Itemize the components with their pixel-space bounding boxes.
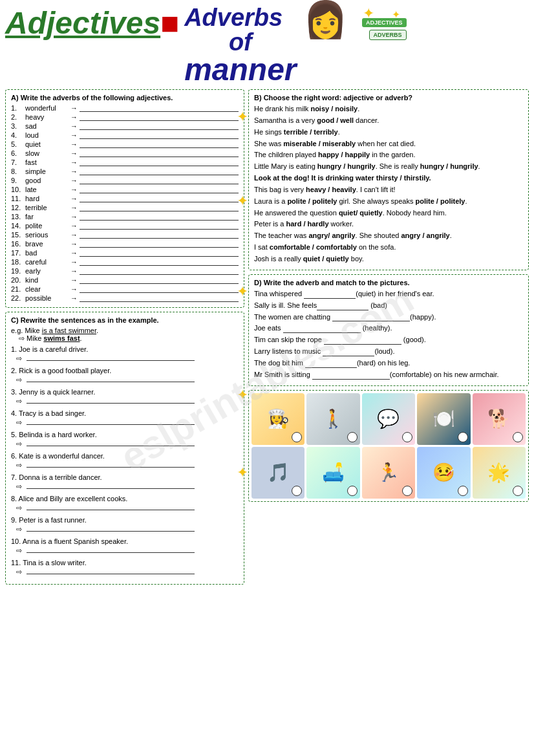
list-item: 1.wonderful→: [11, 104, 239, 112]
answer-input[interactable]: [27, 353, 195, 361]
match-circle: [402, 432, 412, 442]
images-grid: 👩‍🍳 🚶 💬 🍽️: [251, 393, 526, 499]
list-item: 14.polite→: [11, 222, 239, 230]
image-4: 🍽️: [417, 393, 470, 445]
list-item: I sat comfortable / comfortably on the s…: [254, 243, 523, 252]
answer-input[interactable]: [80, 104, 239, 112]
answer-input[interactable]: [332, 314, 410, 321]
answer-input[interactable]: [80, 222, 239, 230]
title-of: of: [184, 30, 296, 54]
image-7: 🛋️: [306, 447, 359, 499]
section-c-example: e.g. Mike is a fast swimmer. ⇨ Mike swim…: [11, 327, 239, 343]
list-item: 12.terrible→: [11, 204, 239, 211]
answer-input[interactable]: [80, 267, 239, 275]
section-a: A) Write the adverbs of the following ad…: [5, 89, 244, 308]
answer-input[interactable]: [80, 122, 239, 130]
list-item: Samantha is a very good / well dancer.: [254, 116, 523, 125]
answer-input[interactable]: [27, 481, 195, 489]
left-column: A) Write the adverbs of the following ad…: [5, 89, 244, 589]
sentence-item: 3. Jenny is a quick learner. ⇨: [11, 388, 239, 405]
image-9: 🤒: [417, 447, 470, 499]
answer-input[interactable]: [80, 113, 239, 121]
answer-input[interactable]: [80, 294, 239, 302]
answer-input[interactable]: [27, 396, 195, 404]
answer-input[interactable]: [80, 167, 239, 175]
section-b: B) Choose the right word: adjective or a…: [248, 89, 529, 270]
section-c-title: C) Rewrite the sentences as in the examp…: [11, 316, 239, 324]
answer-input[interactable]: [80, 186, 239, 193]
answer-input[interactable]: [324, 338, 401, 345]
list-item: He drank his milk noisy / noisily.: [254, 104, 523, 114]
list-item: 19.early→: [11, 267, 239, 275]
answer-input[interactable]: [80, 149, 239, 157]
answer-input[interactable]: [80, 158, 239, 166]
answer-input[interactable]: [27, 545, 195, 553]
answer-input[interactable]: [80, 140, 239, 148]
title-manner: manner: [184, 52, 296, 87]
match-circle: [347, 486, 358, 496]
answer-input[interactable]: [80, 240, 239, 248]
adverbs-badge: ADVERBS: [369, 30, 407, 40]
match-circle: [458, 486, 468, 496]
sentence-item: 11. Tina is a slow writer. ⇨: [11, 559, 239, 576]
answer-input[interactable]: [27, 502, 195, 510]
list-item: Peter is a hard / hardly worker.: [254, 219, 523, 229]
answer-input[interactable]: [80, 249, 239, 257]
image-3: 💬: [362, 393, 415, 445]
list-item: He answered the question quiet/ quietly.…: [254, 208, 523, 218]
sentence-item: 8. Alice and Billy are excellent cooks. …: [11, 495, 239, 512]
list-item: He sings terrible / terribly.: [254, 127, 523, 137]
list-item: 18.careful→: [11, 258, 239, 266]
section-a-list: 1.wonderful→ 2.heavy→ 3.sad→ 4.loud→ 5.q…: [11, 104, 239, 302]
answer-input[interactable]: [323, 349, 374, 356]
answer-input[interactable]: [27, 374, 195, 382]
answer-input[interactable]: [80, 276, 239, 284]
list-item: 16.brave→: [11, 240, 239, 248]
list-item: Little Mary is eating hungry / hungrily.…: [254, 162, 523, 171]
answer-input[interactable]: [80, 195, 239, 202]
match-circle: [513, 432, 523, 442]
title-adjectives: Adjectives: [5, 6, 160, 40]
adjectives-badge: ADJECTIVES: [362, 18, 407, 27]
answer-input[interactable]: [80, 177, 239, 184]
answer-input[interactable]: [312, 373, 390, 380]
answer-input[interactable]: [80, 258, 239, 266]
section-d: D) Write the adverb and match to the pic…: [248, 274, 529, 386]
list-item: 21.clear→: [11, 285, 239, 293]
answer-input[interactable]: [80, 213, 239, 221]
list-item: Laura is a polite / politely girl. She a…: [254, 197, 523, 206]
list-item: Josh is a really quiet / quietly boy.: [254, 254, 523, 264]
list-item: Joe eats (healthy).: [254, 323, 523, 333]
match-circle: [513, 486, 523, 496]
list-item: The dog bit him (hard) on his leg.: [254, 358, 523, 368]
list-item: This bag is very heavy / heavily. I can'…: [254, 185, 523, 195]
right-column: ✦ ✦ ✦ ✦ ✦ B) Choose the right word: adje…: [248, 89, 529, 589]
title-adverbs: Adverbs: [184, 4, 283, 31]
list-item: 7.fast→: [11, 158, 239, 166]
answer-input[interactable]: [304, 292, 356, 299]
image-10: 🌟: [473, 447, 526, 499]
answer-input[interactable]: [27, 438, 195, 446]
list-item: The children played happy / happily in t…: [254, 150, 523, 160]
answer-input[interactable]: [80, 231, 239, 239]
answer-input[interactable]: [80, 131, 239, 139]
star-deco-4: ✦: [237, 387, 248, 404]
star-deco-2: ✦: [237, 193, 248, 210]
list-item: 3.sad→: [11, 122, 239, 130]
answer-input[interactable]: [283, 326, 361, 333]
answer-input[interactable]: [80, 285, 239, 293]
page: eslprintables.com Adjectives■ Adverbs of…: [0, 0, 534, 756]
image-6: 🎵: [251, 447, 304, 499]
answer-input[interactable]: [27, 524, 195, 532]
section-d-list: Tina whispered (quiet) in her friend's e…: [254, 289, 523, 380]
sentence-item: 1. Joe is a careful driver. ⇨: [11, 345, 239, 363]
star-deco-5: ✦: [237, 464, 248, 481]
answer-input[interactable]: [317, 303, 368, 310]
answer-input[interactable]: [305, 361, 357, 368]
list-item: The teacher was angry/ angrily. She shou…: [254, 231, 523, 241]
answer-input[interactable]: [27, 417, 195, 425]
answer-input[interactable]: [27, 567, 195, 574]
sentence-item: 5. Belinda is a hard worker. ⇨: [11, 431, 239, 448]
answer-input[interactable]: [27, 460, 195, 468]
answer-input[interactable]: [80, 204, 239, 211]
